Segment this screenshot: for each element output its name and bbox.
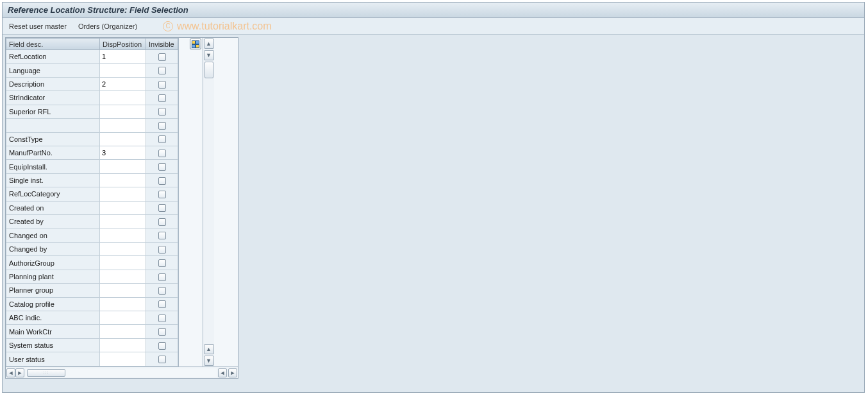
scroll-thumb[interactable] [204,62,213,78]
invisible-checkbox[interactable] [158,53,166,61]
disp-position-input[interactable] [100,325,146,338]
invisible-cell [146,242,178,255]
col-header-invisible[interactable]: Invisible [146,39,178,50]
invisible-cell [146,187,178,201]
disp-position-input[interactable] [100,187,146,200]
invisible-cell [146,352,178,366]
disp-position-input[interactable] [100,133,146,146]
disp-position-cell [100,325,146,338]
disp-position-input[interactable] [100,311,146,324]
invisible-checkbox[interactable] [158,287,166,295]
invisible-checkbox[interactable] [158,300,166,308]
horizontal-scrollbar[interactable]: ◄ ► ::: ◄ ► [6,366,238,378]
table-settings-button[interactable] [190,39,201,49]
invisible-checkbox[interactable] [158,273,166,281]
table-settings-icon [192,40,199,48]
hscroll-thumb[interactable]: ::: [27,369,65,377]
disp-position-input[interactable] [100,174,146,187]
disp-position-input[interactable] [100,298,146,311]
field-desc-cell[interactable]: System status [6,338,100,352]
field-desc-cell[interactable]: ManufPartNo. [6,146,100,159]
field-desc-cell[interactable]: Catalog profile [6,297,100,311]
invisible-checkbox[interactable] [158,232,166,239]
field-desc-cell[interactable]: ConstType [6,132,100,146]
vertical-scrollbar[interactable]: ▲ ▼ ▲ ▼ [203,38,214,366]
field-desc-cell[interactable]: Created by [6,215,100,228]
disp-position-input[interactable] [100,146,146,159]
invisible-checkbox[interactable] [158,163,166,171]
scroll-left-end-button[interactable]: ◄ [218,368,227,377]
field-desc-cell[interactable]: Changed on [6,228,100,242]
field-desc-cell[interactable]: Main WorkCtr [6,325,100,338]
field-desc-cell[interactable]: Created on [6,201,100,214]
scroll-left-button[interactable]: ◄ [6,368,15,377]
field-desc-cell[interactable] [6,119,100,132]
invisible-checkbox[interactable] [158,135,166,143]
invisible-checkbox[interactable] [158,259,166,267]
invisible-checkbox[interactable] [158,314,166,322]
field-desc-cell[interactable]: Language [6,64,100,77]
invisible-checkbox[interactable] [158,246,166,254]
field-desc-cell[interactable]: Planner group [6,284,100,297]
table-row: Catalog profile [6,297,178,311]
invisible-checkbox[interactable] [158,218,166,226]
disp-position-cell [100,297,146,311]
col-header-disp-position[interactable]: DispPosition [100,39,146,50]
disp-position-input[interactable] [100,215,146,228]
orders-organizer-button[interactable]: Orders (Organizer) [78,22,137,30]
invisible-checkbox[interactable] [158,204,166,212]
scroll-up-button[interactable]: ▲ [204,39,214,49]
field-desc-cell[interactable]: Changed by [6,242,100,255]
disp-position-input[interactable] [100,284,146,297]
invisible-checkbox[interactable] [158,94,166,102]
field-desc-cell[interactable]: RefLocation [6,50,100,64]
invisible-checkbox[interactable] [158,150,166,157]
disp-position-input[interactable] [100,202,146,214]
disp-position-input[interactable] [100,64,146,76]
invisible-checkbox[interactable] [158,356,166,363]
invisible-checkbox[interactable] [158,177,166,185]
invisible-checkbox[interactable] [158,67,166,74]
svg-rect-1 [196,40,199,44]
field-desc-cell[interactable]: User status [6,352,100,366]
reset-user-master-button[interactable]: Reset user master [9,22,67,30]
field-desc-cell[interactable]: Single inst. [6,173,100,187]
field-desc-cell[interactable]: Planning plant [6,270,100,283]
col-header-field-desc[interactable]: Field desc. [6,39,100,50]
disp-position-input[interactable] [100,256,146,269]
field-desc-cell[interactable]: Superior RFL [6,105,100,118]
disp-position-input[interactable] [100,339,146,352]
field-desc-cell[interactable]: ABC indic. [6,311,100,325]
disp-position-input[interactable] [100,160,146,173]
disp-position-input[interactable] [100,78,146,90]
table-row: ABC indic. [6,311,178,325]
invisible-checkbox[interactable] [158,191,166,198]
disp-position-input[interactable] [100,243,146,255]
hscroll-track[interactable]: ::: [26,368,217,377]
field-desc-cell[interactable]: EquipInstall. [6,160,100,173]
field-desc-cell[interactable]: Description [6,77,100,90]
disp-position-input[interactable] [100,105,146,118]
field-desc-cell[interactable]: RefLocCategory [6,187,100,201]
invisible-checkbox[interactable] [158,81,166,89]
invisible-checkbox[interactable] [158,342,166,350]
scroll-right-end-button[interactable]: ► [228,368,237,377]
invisible-checkbox[interactable] [158,328,166,336]
field-desc-cell[interactable]: StrIndicator [6,91,100,105]
scroll-down-button[interactable]: ▼ [204,356,214,366]
disp-position-input[interactable] [100,119,146,132]
disp-position-input[interactable] [100,50,146,63]
disp-position-input[interactable] [100,352,146,366]
invisible-checkbox[interactable] [158,108,166,116]
table-row: StrIndicator [6,91,178,105]
scroll-line-down-button[interactable]: ▼ [204,50,214,60]
disp-position-input[interactable] [100,228,146,241]
watermark: C www.tutorialkart.com [163,18,272,35]
invisible-cell [146,228,178,242]
disp-position-input[interactable] [100,270,146,283]
scroll-right-step-button[interactable]: ► [15,368,24,377]
scroll-up2-button[interactable]: ▲ [204,344,214,354]
invisible-checkbox[interactable] [158,122,166,130]
field-desc-cell[interactable]: AuthorizGroup [6,256,100,270]
disp-position-input[interactable] [100,91,146,104]
